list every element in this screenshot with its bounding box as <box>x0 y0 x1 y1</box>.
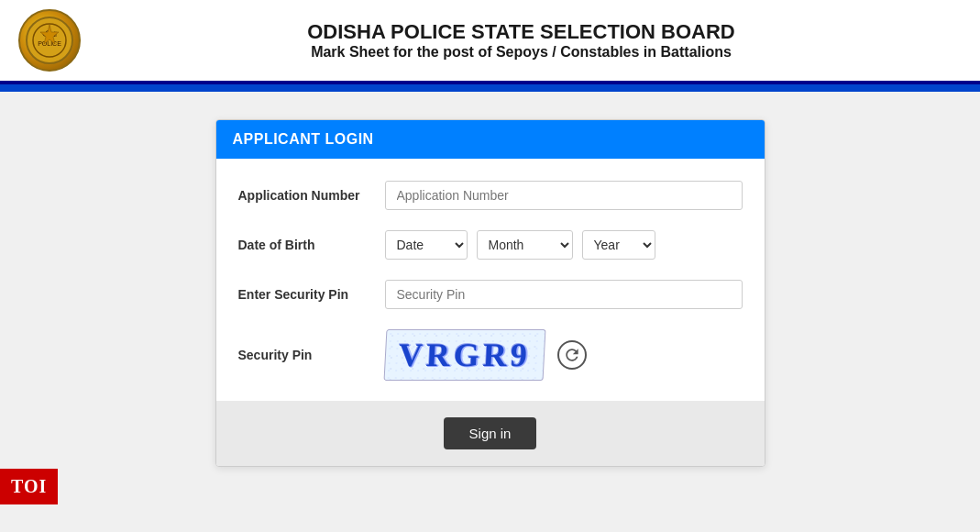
captcha-row: Security Pin VRGR9 <box>238 329 743 381</box>
dob-year-select[interactable]: Year 1980198119821983 1984198519861987 1… <box>582 230 655 260</box>
application-number-input[interactable] <box>385 181 743 210</box>
application-number-label: Application Number <box>238 188 385 203</box>
refresh-icon <box>563 346 581 364</box>
dob-row: Date of Birth Date 12345 678910 11121314… <box>238 230 743 260</box>
security-pin-input-row: Enter Security Pin <box>238 280 743 309</box>
org-logo: ওড়িশা POLICE <box>18 9 81 72</box>
svg-text:POLICE: POLICE <box>38 40 61 47</box>
security-pin-input-label: Enter Security Pin <box>238 287 385 302</box>
captcha-refresh-button[interactable] <box>557 340 587 370</box>
captcha-label: Security Pin <box>238 348 385 362</box>
header-text-block: ODISHA POLICE STATE SELECTION BOARD Mark… <box>81 20 962 61</box>
toi-badge: TOI <box>0 469 58 504</box>
captcha-wrap: VRGR9 <box>385 329 587 381</box>
application-number-wrap <box>385 181 743 210</box>
security-pin-input-wrap <box>385 280 743 309</box>
page-header: ওড়িশা POLICE ODISHA POLICE STATE SELECT… <box>0 0 980 84</box>
main-content: APPLICANT LOGIN Application Number Date … <box>0 92 980 494</box>
application-number-row: Application Number <box>238 181 743 210</box>
dob-wrap: Date 12345 678910 1112131415 1617181920 … <box>385 230 743 260</box>
org-title: ODISHA POLICE STATE SELECTION BOARD <box>81 20 962 44</box>
decorative-stripe <box>0 84 980 92</box>
dob-date-select[interactable]: Date 12345 678910 1112131415 1617181920 … <box>385 230 468 260</box>
login-box: APPLICANT LOGIN Application Number Date … <box>215 119 765 467</box>
login-body: Application Number Date of Birth Date 12… <box>216 159 765 381</box>
org-subtitle: Mark Sheet for the post of Sepoys / Cons… <box>81 44 962 61</box>
login-header-title: APPLICANT LOGIN <box>233 131 374 147</box>
dob-month-select[interactable]: Month JanuaryFebruaryMarch AprilMayJune … <box>477 230 573 260</box>
login-header: APPLICANT LOGIN <box>216 120 765 159</box>
dob-label: Date of Birth <box>238 238 385 252</box>
captcha-image: VRGR9 <box>383 329 545 381</box>
security-pin-input[interactable] <box>385 280 743 309</box>
logo-emblem: ওড়িশা POLICE <box>25 16 74 65</box>
sign-in-button[interactable]: Sign in <box>444 417 537 449</box>
sign-in-area: Sign in <box>216 401 765 466</box>
